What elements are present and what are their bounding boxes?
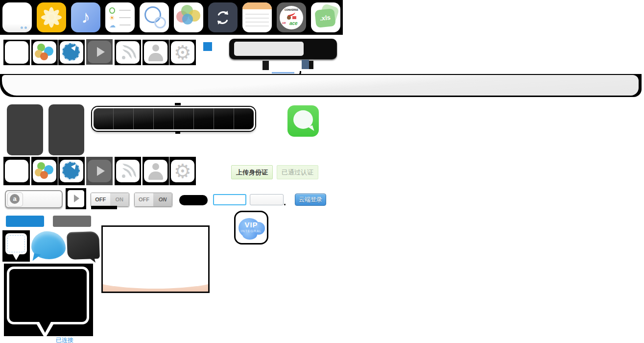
tick-mark [175,103,181,105]
rss-icon[interactable] [116,41,140,64]
gear-glyph: ⚙ [171,160,194,182]
mark-black [262,61,269,70]
white-bubble-tail [12,253,20,260]
tick-mark [175,131,180,134]
sprite-sheet-canvas: ♪ ☀ ☁ CONVERSE [0,0,644,343]
segment[interactable] [194,108,214,129]
gray-button-shape[interactable] [53,216,91,227]
toggle1-on-label[interactable]: ON [110,193,129,206]
play-triangle [97,47,105,57]
search-icon: a [10,194,20,204]
play-icon[interactable] [88,160,111,182]
contact-icon[interactable] [144,41,167,64]
clock-dial [62,162,80,179]
segment[interactable] [174,108,194,129]
segment[interactable] [214,108,234,129]
brand-text-v8: V8 [282,22,286,24]
play-triangle-icon [74,195,79,202]
notes-line [245,22,269,23]
mark-slate [302,60,309,69]
orange-dot [40,52,48,60]
dot [24,26,27,29]
play-triangle [97,166,105,176]
rss-icon[interactable] [116,160,140,182]
dashed-inner-border [7,235,25,252]
toggle1-off-label[interactable]: OFF [91,193,110,206]
flag-logo-icon [292,16,296,19]
blank-tile-icon[interactable] [5,41,28,64]
vip-subtitle: INTEGRAL [234,229,268,233]
segment[interactable] [234,108,254,129]
text-input[interactable] [250,194,284,205]
white-bag-icon[interactable] [2,2,32,32]
resize-dot [284,204,286,205]
brand-text-converse: CONVERSE [280,8,303,11]
person-body [148,53,163,61]
list-line [119,10,131,11]
blue-circles-icon[interactable] [140,2,169,32]
contact-icon[interactable] [144,160,167,182]
brand-logos-row [280,16,303,20]
green-ring-bullet [109,7,115,14]
sync-icon[interactable] [208,2,238,32]
text-input-focused[interactable] [213,194,246,205]
blue-bubble [182,14,193,24]
segment[interactable] [94,108,114,129]
notes-line [245,18,269,19]
connected-status-text: 已连接 [56,336,73,343]
sun-bullet-icon: ☀ [109,14,115,22]
xls-label: .xls [314,8,336,28]
notes-icon[interactable] [242,2,272,32]
toggle-shadow [91,206,117,209]
cloud-login-button[interactable]: 云端登录 [295,194,326,206]
settings-gear-icon[interactable]: ⚙ [171,160,194,182]
music-icon[interactable]: ♪ [71,2,100,32]
notes-line [245,14,269,15]
search-bar-input[interactable] [234,42,304,56]
toggle2-off-label[interactable]: OFF [135,193,153,206]
curve-overlay [101,263,210,289]
glossy-toolbar [2,75,639,96]
dark-card [7,104,43,155]
person-body [148,172,163,180]
segment[interactable] [134,108,154,129]
rss-arc [122,45,136,59]
blank-tile-icon[interactable] [5,160,28,182]
black-pill [179,195,208,205]
black-speech-bubble [67,231,100,260]
vip-title: VIP [234,220,268,229]
blue-square-swatch [203,42,212,51]
xls-spreadsheet-icon[interactable]: .xls [311,2,340,32]
brands-collage-icon[interactable]: CONVERSE V8 ace [277,2,306,32]
segment[interactable] [114,108,134,129]
list-line [119,24,131,25]
notes-line [245,25,269,26]
dot [21,26,23,29]
color-bubbles-icon[interactable] [33,160,56,182]
settings-gear-icon[interactable]: ⚙ [171,41,194,64]
color-bubbles-icon[interactable] [33,41,56,64]
verified-status-button[interactable]: 已通过认证 [277,165,318,179]
chat-bubbles-icon[interactable] [174,2,203,32]
brand-text-ace: ace [289,21,298,26]
flower-photos-icon[interactable] [37,2,66,32]
popup-panel [101,225,210,293]
off-on-toggle-2[interactable]: OFF ON [134,193,172,207]
blue-button-shape[interactable] [6,216,44,227]
off-on-toggle-1[interactable]: OFF ON [91,193,129,207]
play-icon[interactable] [88,41,111,63]
sync-arrows-glyph [214,9,232,26]
person-head [152,45,159,51]
blue-clock-icon[interactable] [60,41,83,64]
toggle2-on-label[interactable]: ON [153,193,172,206]
upload-id-button[interactable]: 上传身份证 [231,165,273,179]
large-bubble-tail-fill [39,322,51,333]
gear-glyph: ⚙ [171,41,194,64]
large-bubble-border [7,267,89,324]
blue-clock-icon[interactable] [60,160,83,182]
flower-center [48,14,54,20]
segment[interactable] [154,108,174,129]
reminders-list-icon[interactable]: ☀ ☁ [105,2,135,32]
person-head [152,163,159,170]
segmented-nav-bar[interactable] [92,107,255,131]
